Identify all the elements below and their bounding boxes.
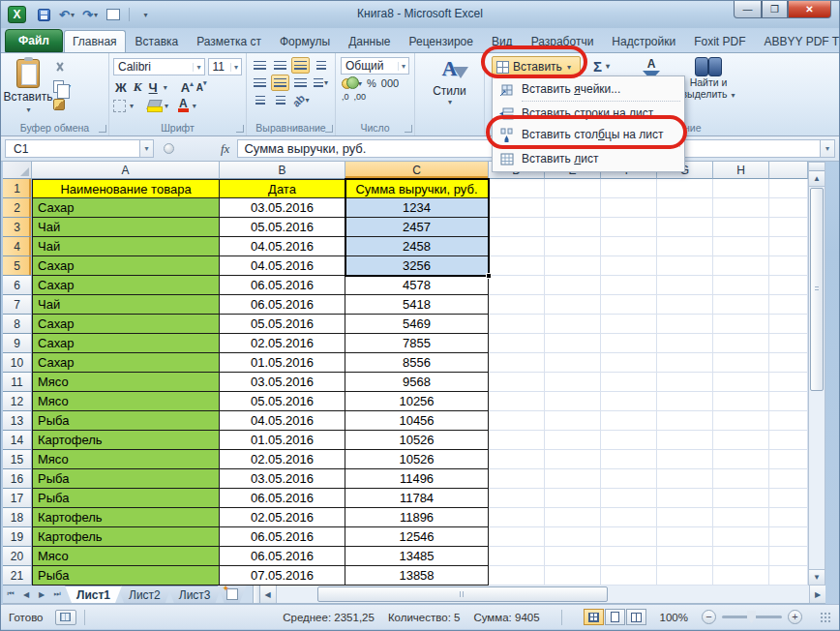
cell-empty[interactable] bbox=[489, 566, 545, 586]
scroll-right-icon[interactable]: ▶ bbox=[809, 586, 825, 603]
cell-empty[interactable] bbox=[713, 431, 769, 450]
cell-empty[interactable] bbox=[601, 353, 657, 373]
row-header-4[interactable]: 4 bbox=[3, 237, 32, 256]
cell-C3[interactable]: 2457 bbox=[345, 218, 489, 237]
increase-decimal-button[interactable]: ,0 bbox=[342, 92, 349, 102]
insert-cells-dropdown-button[interactable]: Вставить ▾ bbox=[492, 56, 581, 77]
cell-B14[interactable]: 01.05.2016 bbox=[220, 431, 345, 450]
cell-empty[interactable] bbox=[657, 373, 713, 392]
autosum-button[interactable]: Σ ▾ bbox=[593, 58, 610, 75]
cell-empty[interactable] bbox=[601, 508, 657, 527]
column-header-A[interactable]: A bbox=[32, 162, 220, 179]
cell-empty[interactable] bbox=[713, 256, 769, 276]
align-right-button[interactable] bbox=[291, 75, 310, 91]
formula-bar-button[interactable] bbox=[164, 143, 174, 154]
cell-B16[interactable]: 03.05.2016 bbox=[220, 469, 345, 489]
cell-empty[interactable] bbox=[657, 237, 713, 256]
cell-empty[interactable] bbox=[601, 547, 657, 566]
cell-empty[interactable] bbox=[545, 547, 601, 566]
cell-C17[interactable]: 11784 bbox=[345, 489, 489, 508]
cell-empty[interactable] bbox=[545, 315, 601, 334]
cell-empty[interactable] bbox=[713, 469, 769, 489]
fill-color-icon[interactable] bbox=[147, 100, 161, 112]
cell-C7[interactable]: 5418 bbox=[345, 295, 489, 315]
cell-C6[interactable]: 4578 bbox=[345, 276, 489, 295]
cell-empty[interactable] bbox=[769, 256, 808, 276]
cell-empty[interactable] bbox=[489, 450, 545, 469]
last-sheet-button[interactable]: ⏭ bbox=[49, 586, 65, 603]
ribbon-tab-формулы[interactable]: Формулы bbox=[271, 30, 339, 52]
cell-C1[interactable]: Сумма выручки, руб. bbox=[345, 179, 489, 198]
cell-A9[interactable]: Сахар bbox=[32, 334, 220, 353]
ribbon-tab-главная[interactable]: Главная bbox=[64, 30, 126, 52]
cell-A15[interactable]: Мясо bbox=[32, 450, 220, 469]
font-color-icon[interactable]: А bbox=[178, 99, 189, 112]
next-sheet-button[interactable]: ▶ bbox=[34, 586, 49, 603]
cell-empty[interactable] bbox=[713, 198, 769, 218]
cell-empty[interactable] bbox=[545, 218, 601, 237]
cell-empty[interactable] bbox=[489, 295, 545, 315]
ribbon-tab-вставка[interactable]: Вставка bbox=[127, 30, 188, 52]
cell-empty[interactable] bbox=[713, 276, 769, 295]
row-header-15[interactable]: 15 bbox=[3, 450, 32, 469]
cell-empty[interactable] bbox=[601, 237, 657, 256]
menu-item-insert-columns[interactable]: Вставить столбцы на лист bbox=[493, 124, 684, 145]
cell-A5[interactable]: Сахар bbox=[32, 256, 220, 276]
shrink-font-button[interactable]: А bbox=[196, 82, 207, 93]
cell-empty[interactable] bbox=[545, 237, 601, 256]
sheet-tab-лист3[interactable]: Лист3 bbox=[167, 586, 223, 603]
cell-empty[interactable] bbox=[657, 179, 713, 198]
cell-C2[interactable]: 1234 bbox=[345, 198, 489, 218]
split-handle[interactable] bbox=[809, 163, 825, 171]
horizontal-scroll-track[interactable] bbox=[277, 586, 809, 603]
copy-button[interactable]: ▾ bbox=[53, 78, 71, 94]
expand-formula-bar-icon[interactable]: ▾ bbox=[820, 139, 835, 158]
cell-empty[interactable] bbox=[489, 527, 545, 547]
format-painter-button[interactable] bbox=[53, 97, 71, 112]
cell-empty[interactable] bbox=[601, 373, 657, 392]
horizontal-scrollbar[interactable]: ◀ ▶ bbox=[253, 586, 825, 603]
restore-button[interactable]: ❐ bbox=[762, 1, 788, 18]
cell-A2[interactable]: Сахар bbox=[32, 198, 220, 218]
cell-empty[interactable] bbox=[769, 469, 808, 489]
zoom-out-button[interactable]: − bbox=[702, 610, 716, 624]
cell-empty[interactable] bbox=[489, 237, 545, 256]
macro-record-button[interactable] bbox=[55, 610, 76, 625]
cell-B8[interactable]: 05.05.2016 bbox=[220, 315, 345, 334]
minimize-button[interactable]: — bbox=[734, 1, 762, 18]
first-sheet-button[interactable]: ⏮ bbox=[3, 586, 18, 603]
cell-A3[interactable]: Чай bbox=[32, 218, 220, 237]
name-box-dropdown-icon[interactable]: ▾ bbox=[140, 139, 154, 158]
cell-empty[interactable] bbox=[657, 315, 713, 334]
row-header-13[interactable]: 13 bbox=[3, 411, 32, 431]
cell-empty[interactable] bbox=[601, 450, 657, 469]
cell-empty[interactable] bbox=[769, 547, 808, 566]
chevron-down-icon[interactable]: ▾ bbox=[165, 102, 168, 110]
cell-empty[interactable] bbox=[713, 527, 769, 547]
underline-button[interactable]: Ч bbox=[147, 80, 160, 95]
cell-B3[interactable]: 05.05.2016 bbox=[220, 218, 345, 237]
column-header-partial[interactable] bbox=[769, 162, 808, 179]
cell-empty[interactable] bbox=[769, 411, 808, 431]
cell-A16[interactable]: Рыба bbox=[32, 469, 220, 489]
font-family-select[interactable]: Calibri▾ bbox=[113, 58, 205, 75]
ribbon-tab-вид[interactable]: Вид bbox=[483, 30, 522, 52]
row-header-16[interactable]: 16 bbox=[3, 469, 32, 489]
row-header-21[interactable]: 21 bbox=[3, 566, 32, 586]
align-left-button[interactable] bbox=[251, 75, 269, 91]
align-middle-button[interactable] bbox=[271, 57, 289, 74]
cell-empty[interactable] bbox=[713, 237, 769, 256]
cell-A11[interactable]: Мясо bbox=[32, 373, 220, 392]
row-header-6[interactable]: 6 bbox=[3, 276, 32, 295]
cell-B20[interactable]: 06.05.2016 bbox=[220, 547, 345, 566]
cell-B19[interactable]: 06.05.2016 bbox=[220, 527, 345, 547]
cell-empty[interactable] bbox=[545, 256, 601, 276]
row-header-7[interactable]: 7 bbox=[3, 295, 32, 315]
row-header-14[interactable]: 14 bbox=[3, 431, 32, 450]
cell-empty[interactable] bbox=[657, 276, 713, 295]
cell-empty[interactable] bbox=[545, 179, 601, 198]
grow-font-button[interactable]: А bbox=[181, 80, 194, 95]
cell-empty[interactable] bbox=[769, 566, 808, 586]
cell-empty[interactable] bbox=[601, 295, 657, 315]
cell-C5[interactable]: 3256 bbox=[345, 256, 489, 276]
